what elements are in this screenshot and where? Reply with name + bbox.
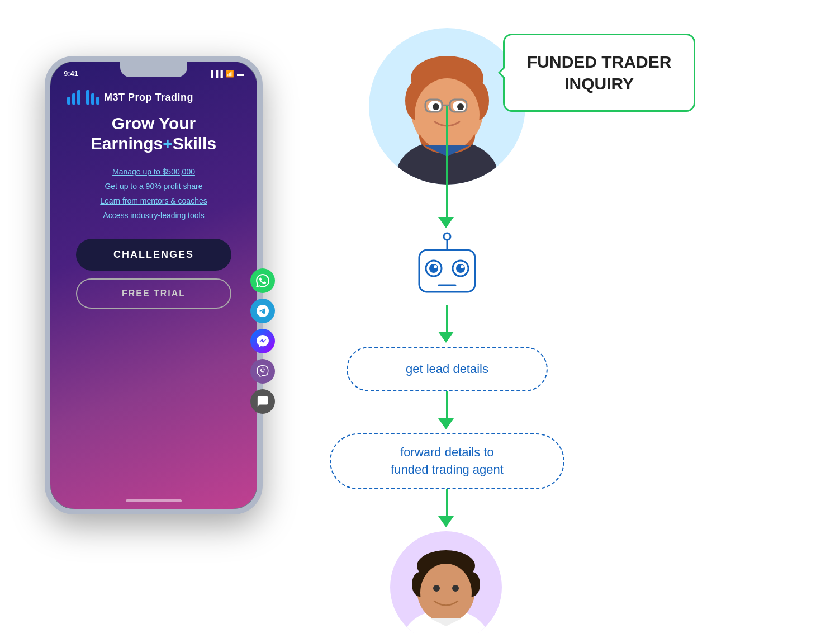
- telegram-icon[interactable]: [250, 299, 275, 323]
- svg-point-20: [429, 264, 438, 273]
- inquiry-title: FUNDED TRADER INQUIRY: [527, 51, 671, 95]
- line-box1-to-arrow3: [446, 391, 448, 419]
- step1-label: get lead details: [406, 361, 488, 378]
- home-indicator: [126, 499, 182, 502]
- logo-text: M3T Prop Trading: [104, 92, 193, 103]
- feature-1: Manage up to $500,000: [61, 167, 246, 176]
- svg-point-11: [457, 103, 464, 110]
- arrow-1: [438, 217, 454, 228]
- speech-bubble: FUNDED TRADER INQUIRY: [503, 34, 695, 112]
- arrow-2: [438, 332, 454, 343]
- line-bot-to-arrow2: [446, 305, 448, 333]
- phone-mockup: 9:41 ▐▐▐ 📶 ▬ M3T Prop Trad: [45, 56, 263, 514]
- logo-bar-2: [72, 93, 75, 105]
- wifi-icon: 📶: [226, 70, 234, 78]
- bot-svg: [408, 232, 486, 305]
- arrow-4: [438, 516, 454, 527]
- svg-point-23: [461, 265, 464, 268]
- headline-line2b: Skills: [173, 134, 216, 153]
- phone-buttons: CHALLENGES FREE TRIAL: [76, 239, 231, 309]
- viber-icon[interactable]: [250, 359, 275, 384]
- headline-line1: Grow Your: [112, 114, 196, 133]
- line-vertical-top: [446, 106, 448, 185]
- svg-point-33: [452, 585, 459, 592]
- phone-notch: [120, 62, 187, 77]
- signal-icon: ▐▐▐: [208, 70, 223, 78]
- svg-point-22: [434, 265, 437, 268]
- step1-box: get lead details: [347, 347, 548, 391]
- svg-point-32: [433, 585, 440, 592]
- step2-box: forward details tofunded trading agent: [330, 433, 564, 489]
- battery-icon: ▬: [237, 70, 244, 78]
- person-bottom-svg: [393, 531, 499, 633]
- phone-frame: 9:41 ▐▐▐ 📶 ▬ M3T Prop Trad: [45, 56, 263, 514]
- logo-bar-1: [67, 97, 70, 105]
- social-icons-panel: [250, 268, 275, 414]
- feature-4: Access industry-leading tools: [61, 211, 246, 220]
- logo-bar-4: [86, 90, 89, 105]
- headline-line2: Earnings: [91, 134, 163, 153]
- messenger-icon[interactable]: [250, 329, 275, 353]
- chat-icon[interactable]: [250, 389, 275, 414]
- svg-point-16: [444, 233, 450, 240]
- step2-label: forward details tofunded trading agent: [391, 444, 504, 479]
- person-bottom-avatar: [390, 531, 502, 633]
- app-logo: M3T Prop Trading: [50, 90, 193, 105]
- status-time: 9:41: [64, 69, 78, 78]
- whatsapp-icon[interactable]: [250, 268, 275, 293]
- svg-point-21: [456, 264, 465, 273]
- logo-icon: [67, 90, 99, 105]
- line-person-to-arrow1: [446, 185, 448, 218]
- status-icons: ▐▐▐ 📶 ▬: [208, 70, 244, 78]
- bot-icon-container: [408, 232, 486, 307]
- arrow-3: [438, 418, 454, 429]
- phone-screen: 9:41 ▐▐▐ 📶 ▬ M3T Prop Trad: [50, 62, 257, 509]
- feature-3: Learn from mentors & coaches: [61, 196, 246, 205]
- svg-point-10: [433, 103, 439, 110]
- feature-2: Get up to a 90% profit share: [61, 182, 246, 191]
- free-trial-button[interactable]: FREE TRIAL: [76, 278, 231, 309]
- phone-headline: Grow Your Earnings+Skills: [80, 114, 227, 154]
- line-box2-to-arrow4: [446, 489, 448, 517]
- logo-bar-3: [77, 90, 80, 105]
- logo-bar-5: [91, 93, 94, 105]
- flow-diagram: FUNDED TRADER INQUIRY get: [302, 17, 827, 615]
- feature-list: Manage up to $500,000 Get up to a 90% pr…: [50, 167, 257, 225]
- logo-bar-6: [96, 97, 99, 105]
- challenges-button[interactable]: CHALLENGES: [76, 239, 231, 271]
- headline-plus: +: [163, 134, 173, 153]
- svg-point-31: [420, 564, 472, 622]
